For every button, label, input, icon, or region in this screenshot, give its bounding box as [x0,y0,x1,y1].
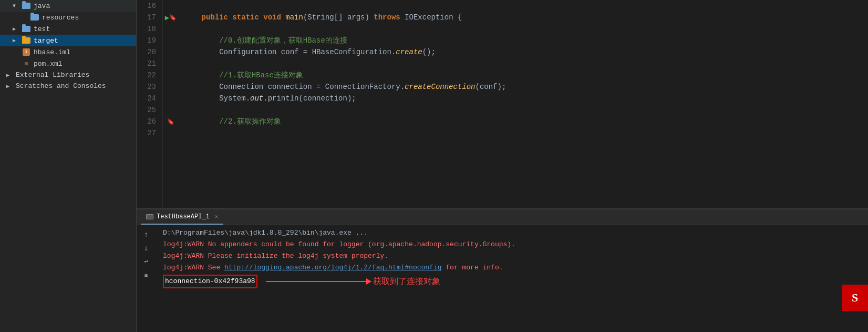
sidebar-item-label: hbase.iml [34,48,70,56]
gutter-27 [163,127,179,139]
gutter-19 [163,35,179,46]
code-editor[interactable]: public static void main(String[] args) t… [179,0,868,208]
gutter-18 [163,23,179,35]
console-area: TestHbaseAPI_1 ✕ ↑ ↓ ↩ ≡ D:\ProgramFiles… [137,208,868,332]
gutter-20 [163,46,179,58]
line-num-25: 25 [141,104,156,116]
log4j-link[interactable]: http://logging.apache.org/log4j/1.2/faq.… [224,264,441,271]
sidebar-item-label: External Libraries [16,71,89,79]
editor-area: 16 17 18 19 20 21 22 23 24 25 26 27 ▶ 🔖 [137,0,868,332]
sidebar-item-pom-xml[interactable]: m pom.xml [0,58,136,69]
line-num-16: 16 [141,0,156,12]
line-num-21: 21 [141,58,156,69]
sidebar-item-hbase-iml[interactable]: I hbase.iml [0,46,136,58]
console-line-3: log4j:WARN Please initialize the log4j s… [163,250,864,262]
sidebar-item-label: Scratches and Consoles [16,82,106,90]
line-num-24: 24 [141,93,156,104]
gutter-17[interactable]: ▶ 🔖 [163,12,179,23]
rerun-button[interactable]: ↩ [141,257,151,267]
code-line-25 [184,104,863,116]
watermark: S [842,285,868,311]
format-button[interactable]: ≡ [141,270,151,281]
code-line-23: Connection connection = ConnectionFactor… [184,81,863,93]
console-tabs: TestHbaseAPI_1 ✕ [137,209,868,225]
code-line-18 [184,23,863,35]
console-line-4: log4j:WARN See http://logging.apache.org… [163,262,864,274]
arrow-icon: ▶ [13,37,19,44]
line-num-20: 20 [141,46,156,58]
result-annotation: 获取到了连接对象 [373,276,440,287]
sidebar-item-label: target [34,37,58,45]
sidebar-item-scratches[interactable]: ▶ Scratches and Consoles [0,81,136,92]
folder-icon [22,25,30,33]
arrow-icon: ▶ [6,72,13,78]
console-tab-icon [146,214,153,219]
console-content: ↑ ↓ ↩ ≡ D:\ProgramFiles\java\jdk1.8.0_29… [137,225,868,332]
line-num-18: 18 [141,23,156,35]
sidebar-item-test[interactable]: ▶ test [0,23,136,35]
console-sidebar-buttons: ↑ ↓ ↩ ≡ [141,229,151,281]
sidebar-item-label: test [34,25,50,33]
line-num-26: 26 [141,116,156,127]
bookmark-icon: 🔖 [169,14,177,21]
gutter-26: 🔖 [163,116,179,127]
console-tab-active[interactable]: TestHbaseAPI_1 ✕ [141,209,223,225]
console-tab-label: TestHbaseAPI_1 [157,213,210,220]
sidebar-item-label: pom.xml [34,60,63,68]
folder-icon [22,36,30,45]
code-line-24: System.out.println(connection); [184,93,863,104]
code-line-17: public static void main(String[] args) t… [184,12,863,23]
main-area: ▼ java resources ▶ test ▶ [0,0,868,332]
code-container: 16 17 18 19 20 21 22 23 24 25 26 27 ▶ 🔖 [137,0,868,208]
gutter-23 [163,81,179,93]
gutter-25 [163,104,179,116]
result-arrow [266,281,371,282]
console-tab-close[interactable]: ✕ [215,213,219,220]
code-line-27 [184,127,863,139]
gutter-24 [163,93,179,104]
run-icon[interactable]: ▶ [165,13,169,22]
line-num-22: 22 [141,69,156,81]
sidebar-item-label: java [34,2,50,10]
bookmark-icon-26: 🔖 [167,118,174,125]
gutter-16 [163,0,179,12]
console-line-1: D:\ProgramFiles\java\jdk1.8.0_292\bin\ja… [163,227,864,239]
code-line-22: //1.获取HBase连接对象 [184,69,863,81]
file-iml-icon: I [22,48,30,56]
line-num-23: 23 [141,81,156,93]
sidebar: ▼ java resources ▶ test ▶ [0,0,137,332]
folder-icon [30,13,39,22]
sidebar-item-external-libraries[interactable]: ▶ External Libraries [0,69,136,81]
scroll-up-button[interactable]: ↑ [141,229,151,240]
code-line-21 [184,58,863,69]
arrow-icon: ▶ [6,83,13,89]
gutter-21 [163,58,179,69]
code-line-26: //2.获取操作对象 [184,116,863,127]
gutter: ▶ 🔖 🔖 [163,0,179,208]
sidebar-item-resources[interactable]: resources [0,12,136,23]
sidebar-item-target[interactable]: ▶ target [0,35,136,46]
code-line-20: Configuration conf = HBaseConfiguration.… [184,46,863,58]
sidebar-item-label: resources [42,14,79,22]
line-num-17: 17 [141,12,156,23]
line-num-19: 19 [141,35,156,46]
code-line-19: //0.创建配置对象，获取HBase的连接 [184,35,863,46]
gutter-22 [163,69,179,81]
folder-icon [22,2,30,10]
arrow-icon: ▼ [13,3,19,9]
scroll-down-button[interactable]: ↓ [141,243,151,254]
sidebar-item-java[interactable]: ▼ java [0,0,136,12]
code-line-16 [184,0,863,12]
console-line-5: hconnection-0x42f93a98 获取到了连接对象 [163,275,864,288]
line-numbers: 16 17 18 19 20 21 22 23 24 25 26 27 [137,0,163,208]
arrow-icon: ▶ [13,26,19,32]
file-xml-icon: m [22,59,30,68]
connection-result: hconnection-0x42f93a98 [163,275,257,288]
console-line-2: log4j:WARN No appenders could be found f… [163,239,864,250]
line-num-27: 27 [141,127,156,139]
